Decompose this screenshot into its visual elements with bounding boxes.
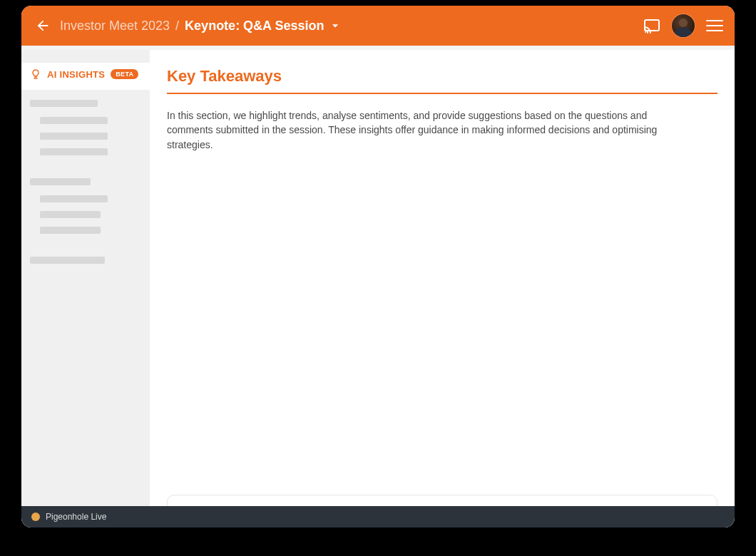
breadcrumb-current-dropdown[interactable]: Keynote: Q&A Session — [185, 19, 342, 34]
beta-badge: BETA — [111, 69, 138, 79]
skeleton-placeholder — [30, 178, 91, 185]
intro-text: In this section, we highlight trends, an… — [167, 108, 680, 152]
svg-rect-0 — [645, 20, 659, 31]
breadcrumb-separator: / — [175, 19, 179, 34]
brand-logo-icon — [31, 513, 40, 521]
breadcrumb: Investor Meet 2023 / Keynote: Q&A Sessio… — [60, 19, 342, 34]
chevron-down-icon — [328, 19, 342, 33]
sidebar-item-ai-insights[interactable]: AI INSIGHTS BETA — [21, 63, 150, 90]
hamburger-icon-line — [706, 25, 723, 26]
skeleton-placeholder — [40, 133, 108, 140]
content-area: AI INSIGHTS BETA Key Takeaways In th — [21, 50, 735, 527]
cast-icon[interactable] — [643, 17, 660, 34]
breadcrumb-current-label: Keynote: Q&A Session — [185, 19, 324, 34]
brand-name: Pigeonhole Live — [46, 512, 106, 522]
sidebar-skeleton-group — [21, 168, 150, 247]
skeleton-placeholder — [40, 227, 101, 234]
skeleton-placeholder — [30, 100, 98, 107]
skeleton-placeholder — [40, 117, 108, 124]
sidebar-skeleton-group — [21, 90, 150, 168]
sidebar: AI INSIGHTS BETA — [21, 50, 150, 527]
lightbulb-icon — [30, 68, 41, 80]
skeleton-placeholder — [40, 195, 108, 202]
sidebar-item-label: AI INSIGHTS — [47, 69, 105, 80]
skeleton-placeholder — [40, 148, 108, 155]
avatar[interactable] — [672, 14, 695, 37]
app-frame: Investor Meet 2023 / Keynote: Q&A Sessio… — [21, 6, 735, 527]
app-header: Investor Meet 2023 / Keynote: Q&A Sessio… — [21, 6, 735, 46]
breadcrumb-parent[interactable]: Investor Meet 2023 — [60, 19, 170, 34]
main-content: Key Takeaways In this section, we highli… — [150, 50, 735, 527]
skeleton-placeholder — [40, 211, 101, 218]
back-button[interactable] — [33, 16, 53, 36]
sidebar-skeleton-group — [21, 247, 150, 278]
menu-button[interactable] — [706, 17, 723, 34]
hamburger-icon-line — [706, 30, 723, 31]
arrow-left-icon — [35, 18, 51, 34]
skeleton-placeholder — [30, 257, 105, 264]
hamburger-icon-line — [706, 20, 723, 21]
svg-point-1 — [645, 31, 646, 33]
header-actions — [643, 14, 723, 37]
page-title: Key Takeaways — [167, 67, 717, 94]
bottom-bar: Pigeonhole Live — [21, 506, 735, 527]
